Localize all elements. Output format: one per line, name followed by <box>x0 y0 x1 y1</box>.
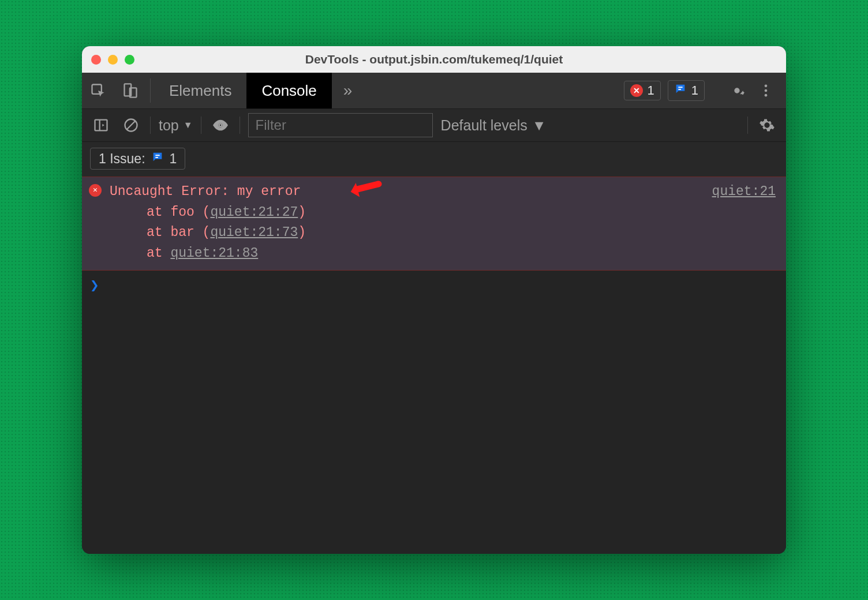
settings-button[interactable] <box>726 82 748 99</box>
separator <box>747 117 748 134</box>
tab-console[interactable]: Console <box>246 73 331 108</box>
separator <box>150 78 151 103</box>
chevron-down-icon: ▼ <box>532 117 547 134</box>
levels-label: Default levels <box>441 117 527 134</box>
window-title: DevTools - output.jsbin.com/tukemeq/1/qu… <box>82 52 786 66</box>
execution-context-selector[interactable]: top ▼ <box>159 117 193 134</box>
sidebar-icon <box>93 117 109 133</box>
tab-elements[interactable]: Elements <box>154 73 246 108</box>
issue-icon <box>151 151 164 167</box>
svg-point-13 <box>219 124 222 127</box>
error-text: Uncaught Error: my error <box>110 182 301 202</box>
errors-badge[interactable]: 1 <box>624 81 661 100</box>
device-icon <box>122 82 139 99</box>
window-titlebar: DevTools - output.jsbin.com/tukemeq/1/qu… <box>82 46 786 73</box>
svg-point-5 <box>765 85 768 88</box>
svg-line-12 <box>127 121 135 129</box>
clear-console-button[interactable] <box>120 117 142 133</box>
svg-point-6 <box>765 89 768 92</box>
svg-rect-3 <box>678 87 682 88</box>
log-levels-selector[interactable]: Default levels ▼ <box>441 117 547 134</box>
inspect-icon <box>90 82 106 99</box>
console-output: Uncaught Error: my error quiet:21 at foo… <box>82 177 786 554</box>
issues-badge[interactable]: 1 <box>668 80 705 101</box>
chevron-right-icon: ❯ <box>90 278 99 295</box>
error-icon <box>630 84 643 97</box>
error-icon <box>89 184 102 197</box>
device-toolbar-button[interactable] <box>114 73 147 108</box>
svg-point-7 <box>765 94 768 97</box>
stack-frame: at bar (quiet:21:73) <box>89 223 776 243</box>
tab-label: Console <box>261 82 316 100</box>
zoom-window-button[interactable] <box>125 55 134 65</box>
separator <box>150 117 151 134</box>
error-source-link[interactable]: quiet:21 <box>701 182 776 202</box>
stack-frame: at foo (quiet:21:27) <box>89 202 776 223</box>
issues-row: 1 Issue: 1 <box>82 142 786 177</box>
more-tabs-button[interactable]: » <box>332 73 364 108</box>
stack-frame-link[interactable]: quiet:21:73 <box>210 225 298 240</box>
issues-label: 1 Issue: <box>99 151 145 167</box>
more-options-button[interactable] <box>755 82 777 99</box>
console-settings-button[interactable] <box>756 117 778 133</box>
separator <box>201 117 201 134</box>
console-prompt[interactable]: ❯ <box>82 271 786 301</box>
minimize-window-button[interactable] <box>108 55 118 65</box>
svg-rect-4 <box>678 89 681 90</box>
svg-marker-10 <box>102 124 104 127</box>
errors-count: 1 <box>648 83 654 98</box>
traffic-lights <box>91 55 134 65</box>
issues-chip-count: 1 <box>170 151 177 167</box>
devtools-toolbar: Elements Console » 1 1 <box>82 73 786 108</box>
filter-input[interactable] <box>248 113 433 137</box>
issues-count: 1 <box>691 83 698 98</box>
separator <box>240 117 240 134</box>
clear-icon <box>123 117 139 133</box>
stack-frame-link[interactable]: quiet:21:27 <box>210 205 298 220</box>
stack-frame-link[interactable]: quiet:21:83 <box>170 246 258 261</box>
eye-icon <box>212 117 229 133</box>
issues-chip[interactable]: 1 Issue: 1 <box>90 148 185 170</box>
tab-label: Elements <box>169 82 231 100</box>
gear-icon <box>729 82 745 99</box>
close-window-button[interactable] <box>91 55 101 65</box>
issue-icon <box>674 82 687 99</box>
chevron-down-icon: ▼ <box>184 120 193 130</box>
console-error-message: Uncaught Error: my error quiet:21 at foo… <box>82 177 786 271</box>
live-expression-button[interactable] <box>209 117 231 133</box>
svg-rect-8 <box>95 120 107 131</box>
svg-rect-14 <box>155 155 159 156</box>
context-label: top <box>159 117 179 134</box>
inspect-element-button[interactable] <box>82 73 114 108</box>
gear-icon <box>759 117 775 133</box>
stack-frame: at quiet:21:83 <box>89 243 776 264</box>
toggle-console-sidebar-button[interactable] <box>90 117 112 133</box>
chevron-right-icon: » <box>343 81 353 100</box>
dots-vertical-icon <box>758 82 774 99</box>
console-toolbar: top ▼ Default levels ▼ <box>82 108 786 142</box>
devtools-window: DevTools - output.jsbin.com/tukemeq/1/qu… <box>82 46 786 554</box>
svg-rect-15 <box>155 157 158 158</box>
